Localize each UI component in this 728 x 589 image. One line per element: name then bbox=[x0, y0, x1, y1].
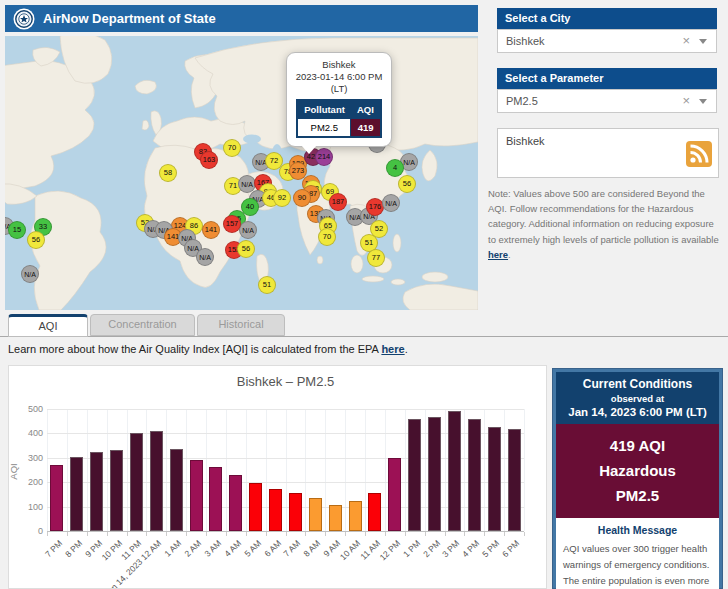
chart-x-tick bbox=[206, 532, 207, 536]
chart-y-tick-label: 300 bbox=[15, 453, 43, 463]
chart-x-tick bbox=[186, 532, 187, 536]
city-caret-icon[interactable] bbox=[699, 39, 707, 44]
chart-vertical-gridline bbox=[524, 409, 525, 531]
conditions-aqi-value: 419 AQI bbox=[558, 434, 717, 459]
chart-y-tick-label: 200 bbox=[15, 477, 43, 487]
chart-x-tick bbox=[67, 532, 68, 536]
aqi-marker[interactable]: N/A bbox=[196, 248, 214, 266]
aqi-marker[interactable]: 70 bbox=[223, 139, 241, 157]
tab-aqi[interactable]: AQI bbox=[8, 314, 88, 337]
chart-x-tick bbox=[87, 532, 88, 536]
chart-x-tick bbox=[425, 532, 426, 536]
aqi-marker[interactable]: N/A bbox=[239, 221, 257, 239]
current-conditions-panel: Current Conditions observed at Jan 14, 2… bbox=[552, 368, 723, 589]
map-popup: Bishkek 2023-01-14 6:00 PM (LT) Pollutan… bbox=[286, 52, 392, 147]
aqi-marker[interactable]: N/A bbox=[21, 265, 39, 283]
chart-vertical-gridline bbox=[385, 409, 386, 531]
aqi-marker[interactable]: 163 bbox=[200, 151, 218, 169]
chart-x-tick bbox=[305, 532, 306, 536]
chart-bar bbox=[70, 457, 83, 531]
chart-x-tick bbox=[445, 532, 446, 536]
chart-vertical-gridline bbox=[47, 409, 48, 531]
chart-vertical-gridline bbox=[345, 409, 346, 531]
chart-vertical-gridline bbox=[266, 409, 267, 531]
chart-bar bbox=[130, 433, 143, 531]
chart-vertical-gridline bbox=[365, 409, 366, 531]
health-message-text: AQI values over 300 trigger health warni… bbox=[563, 541, 712, 589]
chart-bar bbox=[249, 483, 262, 531]
chart-bar bbox=[150, 431, 163, 531]
tab-concentration[interactable]: Concentration bbox=[90, 314, 195, 336]
popup-col-pollutant: Pollutant bbox=[297, 100, 351, 119]
city-clear-icon[interactable]: × bbox=[682, 30, 690, 52]
map-basemap bbox=[5, 36, 478, 310]
chart-vertical-gridline bbox=[67, 409, 68, 531]
chart-bar bbox=[309, 498, 322, 531]
chart-x-tick bbox=[127, 532, 128, 536]
chart-bar bbox=[488, 427, 501, 531]
chart-x-tick bbox=[484, 532, 485, 536]
note-text: Note: Values above 500 are considered Be… bbox=[488, 186, 720, 262]
aqi-marker[interactable]: 56 bbox=[27, 231, 45, 249]
world-aqi-map[interactable]: 708316358N/A727871N/A16794N/A46924045N/A… bbox=[5, 36, 478, 310]
chart-vertical-gridline bbox=[146, 409, 147, 531]
city-select[interactable]: Bishkek × bbox=[497, 29, 717, 53]
parameter-caret-icon[interactable] bbox=[699, 99, 707, 104]
aqi-marker[interactable]: 56 bbox=[398, 175, 416, 193]
aqi-marker[interactable]: 214 bbox=[315, 148, 333, 166]
aqi-marker[interactable]: 15 bbox=[8, 221, 26, 239]
tabbar-divider bbox=[0, 336, 728, 337]
chart-bar bbox=[468, 419, 481, 531]
aqi-marker[interactable]: 92 bbox=[273, 189, 291, 207]
select-city-header: Select a City bbox=[497, 8, 717, 29]
chart-x-tick bbox=[405, 532, 406, 536]
chart-vertical-gridline bbox=[286, 409, 287, 531]
aqi-marker[interactable]: 141 bbox=[202, 221, 220, 239]
chart-vertical-gridline bbox=[166, 409, 167, 531]
app-header: AirNow Department of State bbox=[5, 5, 478, 32]
chart-x-tick bbox=[226, 532, 227, 536]
chart-bar bbox=[408, 419, 421, 531]
chart-vertical-gridline bbox=[206, 409, 207, 531]
aqi-marker[interactable]: 51 bbox=[258, 276, 276, 294]
learn-more-here-link[interactable]: here bbox=[381, 343, 404, 355]
chart-vertical-gridline bbox=[226, 409, 227, 531]
aqi-marker[interactable]: 90 bbox=[293, 189, 311, 207]
note-here-link[interactable]: here bbox=[488, 249, 508, 260]
chart-y-tick-label: 500 bbox=[15, 404, 43, 414]
city-select-value: Bishkek bbox=[506, 35, 545, 47]
aqi-marker[interactable]: 56 bbox=[237, 240, 255, 258]
chart-bar bbox=[90, 452, 103, 531]
aqi-marker[interactable]: 58 bbox=[159, 164, 177, 182]
chart-y-tick-label: 400 bbox=[15, 428, 43, 438]
aqi-marker[interactable]: 157 bbox=[223, 215, 241, 233]
parameter-clear-icon[interactable]: × bbox=[682, 90, 690, 112]
parameter-select-value: PM2.5 bbox=[506, 95, 538, 107]
aqi-marker[interactable]: 187 bbox=[329, 193, 347, 211]
parameter-select[interactable]: PM2.5 × bbox=[497, 89, 717, 113]
aqi-marker[interactable]: N/A bbox=[382, 194, 400, 212]
conditions-datetime: Jan 14, 2023 6:00 PM (LT) bbox=[558, 406, 717, 418]
popup-datetime: 2023-01-14 6:00 PM bbox=[291, 71, 387, 83]
chart-x-tick bbox=[524, 532, 525, 536]
learn-more-text: Learn more about how the Air Quality Ind… bbox=[8, 343, 408, 355]
popup-city: Bishkek bbox=[291, 59, 387, 71]
chart-x-tick bbox=[146, 532, 147, 536]
aqi-marker[interactable]: 4 bbox=[386, 159, 404, 177]
tab-historical[interactable]: Historical bbox=[197, 314, 285, 336]
chart-x-tick bbox=[107, 532, 108, 536]
aqi-marker[interactable]: 70 bbox=[318, 228, 336, 246]
conditions-title: Current Conditions bbox=[558, 377, 717, 391]
chart-x-tick bbox=[166, 532, 167, 536]
conditions-aqi-category: Hazardous bbox=[558, 459, 717, 484]
rss-icon[interactable] bbox=[686, 141, 712, 171]
chart-bar bbox=[368, 493, 381, 531]
popup-pollutant-value: PM2.5 bbox=[297, 118, 351, 137]
health-message-title: Health Message bbox=[563, 524, 712, 536]
aqi-bar-chart: Bishkek – PM2.5 AQI 01002003004005007 PM… bbox=[8, 365, 547, 589]
aqi-marker[interactable]: 77 bbox=[367, 249, 385, 267]
select-parameter-header: Select a Parameter bbox=[497, 68, 717, 89]
chart-x-tick bbox=[345, 532, 346, 536]
health-message-block: Health Message AQI values over 300 trigg… bbox=[556, 518, 719, 589]
chart-bar bbox=[508, 429, 521, 531]
